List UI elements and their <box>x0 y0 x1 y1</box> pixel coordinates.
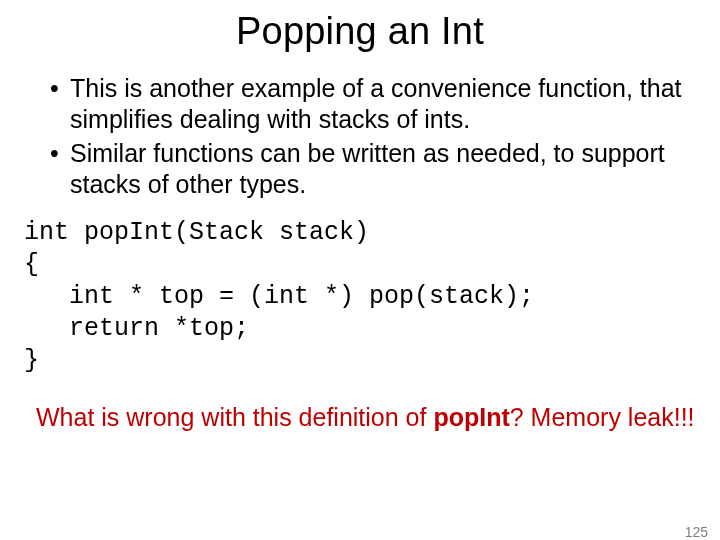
slide: Popping an Int This is another example o… <box>0 10 720 540</box>
bullet-item: This is another example of a convenience… <box>50 73 690 134</box>
code-line: int popInt(Stack stack) <box>24 218 369 247</box>
warning-suffix: ? Memory leak!!! <box>510 403 695 431</box>
page-number: 125 <box>685 524 708 540</box>
code-line: int * top = (int *) pop(stack); <box>24 282 534 311</box>
warning-prefix: What is wrong with this definition of <box>36 403 433 431</box>
code-line: { <box>24 250 39 279</box>
code-line: return *top; <box>24 314 249 343</box>
bullet-item: Similar functions can be written as need… <box>50 138 690 199</box>
code-block: int popInt(Stack stack) { int * top = (i… <box>24 217 720 377</box>
warning-strong: popInt <box>433 403 509 431</box>
code-line: } <box>24 346 39 375</box>
warning-text: What is wrong with this definition of po… <box>36 403 720 432</box>
slide-title: Popping an Int <box>0 10 720 53</box>
bullet-list: This is another example of a convenience… <box>50 73 690 199</box>
